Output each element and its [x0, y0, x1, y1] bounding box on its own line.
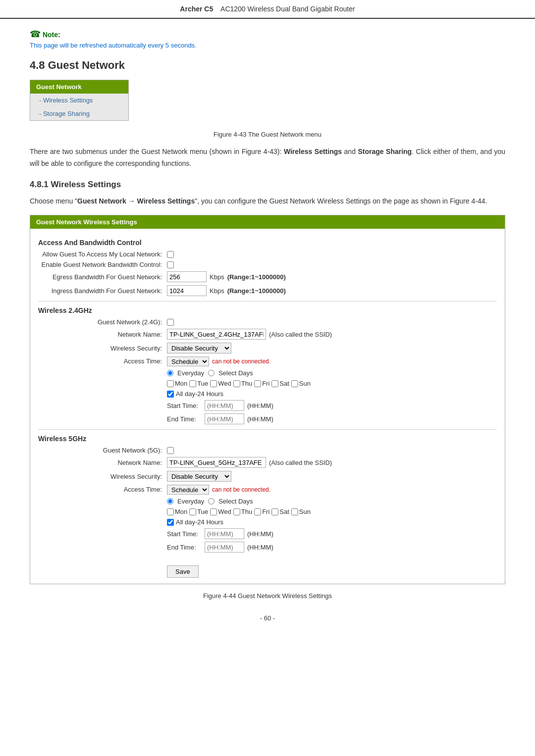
guest-network-24-label: Guest Network (2.4G): [38, 318, 167, 326]
enable-bw-checkbox[interactable] [167, 261, 174, 268]
start-time-input-5g[interactable] [205, 528, 244, 539]
settings-box: Guest Network Wireless Settings Access A… [30, 215, 505, 584]
mon-checkbox-24[interactable] [167, 380, 174, 387]
nav-menu-wireless-settings[interactable]: - Wireless Settings [30, 94, 128, 107]
schedule-5g-select[interactable]: Schedule [167, 485, 209, 495]
access-bandwidth-title: Access And Bandwidth Control [38, 239, 497, 247]
allow-guest-row: Allow Guest To Access My Local Network: [38, 251, 497, 258]
network-name-5g-row: Network Name: (Also called the SSID) [38, 457, 497, 468]
start-time-input-24[interactable] [205, 400, 244, 411]
sun-checkbox-5g[interactable] [291, 508, 298, 515]
select-days-radio-5g[interactable] [208, 498, 214, 504]
section-481-title: 4.8.1 Wireless Settings [30, 180, 505, 190]
start-time-label-5g: Start Time: [167, 530, 202, 538]
thu-checkbox-24[interactable] [233, 380, 240, 387]
wireless-5g-section: Wireless 5GHz Guest Network (5G): Networ… [38, 435, 497, 578]
security-5g-row: Wireless Security: Disable Security [38, 471, 497, 482]
start-time-label-24: Start Time: [167, 402, 202, 409]
thu-checkbox-5g[interactable] [233, 508, 240, 515]
all-day-label-5g: All day-24 Hours [176, 518, 223, 526]
ingress-bw-row: Ingress Bandwidth For Guest Network: Kbp… [38, 285, 497, 296]
egress-bw-input[interactable] [167, 271, 207, 282]
egress-range: (Range:1~1000000) [227, 273, 286, 281]
all-day-checkbox-24[interactable] [167, 391, 174, 398]
wireless-24-section: Wireless 2.4GHz Guest Network (2.4G): Ne… [38, 306, 497, 424]
access-time-5g-label: Access Time: [38, 485, 167, 493]
network-name-24-label: Network Name: [38, 331, 167, 338]
guest-network-5g-row: Guest Network (5G): [38, 447, 497, 454]
section-48-title: 4.8 Guest Network [30, 59, 505, 72]
section-48-heading: Guest Network [48, 59, 125, 71]
end-time-hint-24: (HH:MM) [247, 415, 273, 423]
fri-checkbox-5g[interactable] [254, 508, 261, 515]
wireless-5g-title: Wireless 5GHz [38, 435, 497, 443]
select-days-radio-24[interactable] [208, 370, 214, 376]
security-5g-select[interactable]: Disable Security [167, 471, 231, 482]
security-24-select[interactable]: Disable Security [167, 343, 231, 353]
end-time-input-24[interactable] [205, 413, 244, 424]
network-name-24-row: Network Name: (Also called the SSID) [38, 329, 497, 340]
schedule-24-select[interactable]: Schedule [167, 356, 209, 366]
guest-network-5g-checkbox[interactable] [167, 447, 174, 454]
all-day-checkbox-5g[interactable] [167, 519, 174, 526]
everyday-label-24: Everyday [177, 369, 204, 377]
allow-guest-label: Allow Guest To Access My Local Network: [38, 251, 167, 258]
access-time-24-label: Access Time: [38, 356, 167, 365]
tue-checkbox-24[interactable] [189, 380, 196, 387]
ingress-range: (Range:1~1000000) [227, 287, 286, 295]
note-icon: ☎ Note: [30, 29, 505, 40]
guest-network-24-row: Guest Network (2.4G): [38, 318, 497, 326]
fri-checkbox-24[interactable] [254, 380, 261, 387]
mon-checkbox-5g[interactable] [167, 508, 174, 515]
nav-menu-storage-sharing[interactable]: - Storage Sharing [30, 107, 128, 120]
tue-checkbox-5g[interactable] [189, 508, 196, 515]
everyday-label-5g: Everyday [177, 498, 204, 505]
everyday-radio-5g[interactable] [167, 498, 173, 504]
ingress-bw-input[interactable] [167, 285, 207, 296]
all-day-label-24: All day-24 Hours [176, 390, 223, 398]
egress-kbps: Kbps [210, 273, 224, 281]
section-481-number: 4.8.1 [30, 180, 49, 189]
start-time-hint-24: (HH:MM) [247, 402, 273, 409]
section-481-heading: Wireless Settings [51, 180, 121, 189]
save-button[interactable]: Save [167, 565, 199, 578]
egress-bw-label: Egress Bandwidth For Guest Network: [38, 273, 167, 281]
sat-checkbox-5g[interactable] [271, 508, 278, 515]
sat-checkbox-24[interactable] [271, 380, 278, 387]
everyday-radio-24[interactable] [167, 370, 173, 376]
enable-bw-row: Enable Guest Network Bandwidth Control: [38, 261, 497, 268]
nav-menu-guest-network[interactable]: Guest Network [30, 80, 128, 94]
access-time-5g-row: Access Time: Schedule can not be connect… [38, 485, 497, 553]
note-section: ☎ Note: This page will be refreshed auto… [30, 29, 505, 49]
model-name: Archer C5 [180, 5, 213, 13]
end-time-label-24: End Time: [167, 415, 202, 423]
security-24-label: Wireless Security: [38, 345, 167, 352]
figure-44-caption: Figure 4-44 Guest Network Wireless Setti… [30, 592, 505, 600]
network-name-24-input[interactable] [167, 329, 266, 340]
end-time-input-5g[interactable] [205, 542, 244, 553]
guest-network-24-checkbox[interactable] [167, 319, 174, 326]
egress-bw-row: Egress Bandwidth For Guest Network: Kbps… [38, 271, 497, 282]
enable-bw-label: Enable Guest Network Bandwidth Control: [38, 261, 167, 268]
security-24-row: Wireless Security: Disable Security [38, 343, 497, 353]
body-text-1: There are two submenus under the Guest N… [30, 146, 505, 170]
guest-network-5g-label: Guest Network (5G): [38, 447, 167, 454]
network-name-5g-label: Network Name: [38, 459, 167, 466]
page-header: Archer C5 AC1200 Wireless Dual Band Giga… [0, 0, 535, 19]
note-text: This page will be refreshed automaticall… [30, 42, 505, 49]
wed-checkbox-24[interactable] [210, 380, 217, 387]
nav-menu: Guest Network - Wireless Settings - Stor… [30, 80, 129, 121]
allow-guest-checkbox[interactable] [167, 251, 174, 258]
wed-checkbox-5g[interactable] [210, 508, 217, 515]
page-number: - 60 - [30, 614, 505, 622]
figure-43-caption: Figure 4-43 The Guest Network menu [30, 131, 505, 138]
start-time-hint-5g: (HH:MM) [247, 530, 273, 538]
network-name-5g-hint: (Also called the SSID) [269, 459, 332, 466]
wireless-24-title: Wireless 2.4GHz [38, 306, 497, 314]
sun-checkbox-24[interactable] [291, 380, 298, 387]
network-name-5g-input[interactable] [167, 457, 266, 468]
end-time-hint-5g: (HH:MM) [247, 544, 273, 551]
access-time-24-row: Access Time: Schedule can not be connect… [38, 356, 497, 424]
ingress-kbps: Kbps [210, 287, 224, 295]
cannot-connect-5g: can not be connected. [212, 486, 270, 493]
